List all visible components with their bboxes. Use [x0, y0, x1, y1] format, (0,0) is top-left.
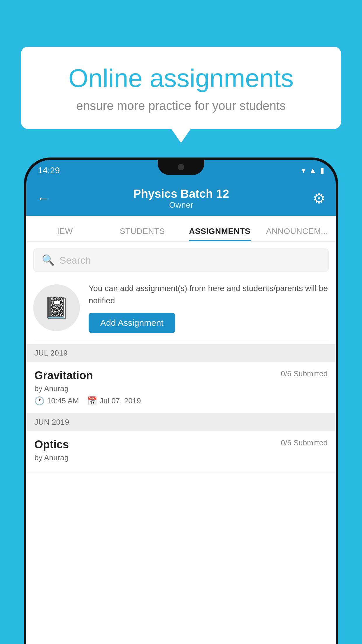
- section-header-jun: JUN 2019: [26, 413, 336, 431]
- assignment-name-optics: Optics: [34, 438, 69, 451]
- phone-frame: 14:29 ▾ ▲ ▮ ← Physics Batch 12 Owner ⚙ I…: [24, 158, 338, 644]
- assignment-time: 10:45 AM: [47, 396, 79, 405]
- section-header-jul: JUL 2019: [26, 344, 336, 362]
- assignment-item-gravitation[interactable]: Gravitation 0/6 Submitted by Anurag 🕐 10…: [26, 362, 336, 413]
- clock-icon: 🕐: [34, 396, 45, 406]
- promo-description: You can add assignment(s) from here and …: [89, 282, 329, 307]
- phone-inner: 14:29 ▾ ▲ ▮ ← Physics Batch 12 Owner ⚙ I…: [26, 160, 336, 644]
- tab-students[interactable]: STUDENTS: [104, 227, 181, 241]
- assignment-by-optics: by Anurag: [34, 453, 328, 462]
- wifi-icon: ▾: [302, 166, 305, 175]
- assignment-meta: 🕐 10:45 AM 📅 Jul 07, 2019: [34, 396, 328, 406]
- owner-label: Owner: [133, 200, 229, 210]
- header-title-group: Physics Batch 12 Owner: [133, 187, 229, 210]
- batch-title: Physics Batch 12: [133, 187, 229, 200]
- speech-bubble: Online assignments ensure more practice …: [21, 47, 341, 129]
- date-meta: 📅 Jul 07, 2019: [87, 396, 141, 406]
- settings-icon[interactable]: ⚙: [313, 190, 325, 206]
- assignment-submitted-optics: 0/6 Submitted: [281, 438, 328, 447]
- search-icon: 🔍: [42, 254, 55, 266]
- tab-announcements[interactable]: ANNOUNCEM...: [259, 227, 336, 241]
- promo-icon-circle: 📓: [33, 284, 80, 331]
- add-assignment-promo: 📓 You can add assignment(s) from here an…: [33, 276, 329, 339]
- notebook-icon: 📓: [43, 295, 70, 320]
- calendar-icon: 📅: [87, 396, 97, 406]
- notch: [158, 160, 204, 175]
- bubble-title: Online assignments: [41, 64, 321, 92]
- camera: [178, 164, 184, 170]
- screen-content: 🔍 Search 📓 You can add assignment(s) fro…: [26, 242, 336, 644]
- speech-bubble-container: Online assignments ensure more practice …: [21, 47, 341, 129]
- add-assignment-button[interactable]: Add Assignment: [89, 313, 175, 333]
- battery-icon: ▮: [320, 166, 324, 175]
- search-bar[interactable]: 🔍 Search: [33, 249, 329, 272]
- status-icons: ▾ ▲ ▮: [302, 166, 324, 175]
- tab-iew[interactable]: IEW: [26, 227, 104, 241]
- time-meta: 🕐 10:45 AM: [34, 396, 79, 406]
- assignment-submitted: 0/6 Submitted: [281, 369, 328, 378]
- assignment-date: Jul 07, 2019: [100, 396, 141, 405]
- assignment-by: by Anurag: [34, 384, 328, 393]
- tab-assignments[interactable]: ASSIGNMENTS: [181, 227, 259, 241]
- tabs-bar: IEW STUDENTS ASSIGNMENTS ANNOUNCEM...: [26, 216, 336, 242]
- signal-icon: ▲: [309, 166, 317, 175]
- assignment-top-row: Gravitation 0/6 Submitted: [34, 369, 328, 382]
- app-header: ← Physics Batch 12 Owner ⚙: [26, 181, 336, 216]
- assignment-name: Gravitation: [34, 369, 93, 382]
- status-time: 14:29: [38, 165, 60, 175]
- bubble-subtitle: ensure more practice for your students: [41, 99, 321, 113]
- search-placeholder: Search: [59, 255, 91, 266]
- back-button[interactable]: ←: [37, 191, 50, 206]
- promo-text-group: You can add assignment(s) from here and …: [89, 282, 329, 333]
- assignment-item-optics[interactable]: Optics 0/6 Submitted by Anurag: [26, 431, 336, 473]
- assignment-top-row-optics: Optics 0/6 Submitted: [34, 438, 328, 451]
